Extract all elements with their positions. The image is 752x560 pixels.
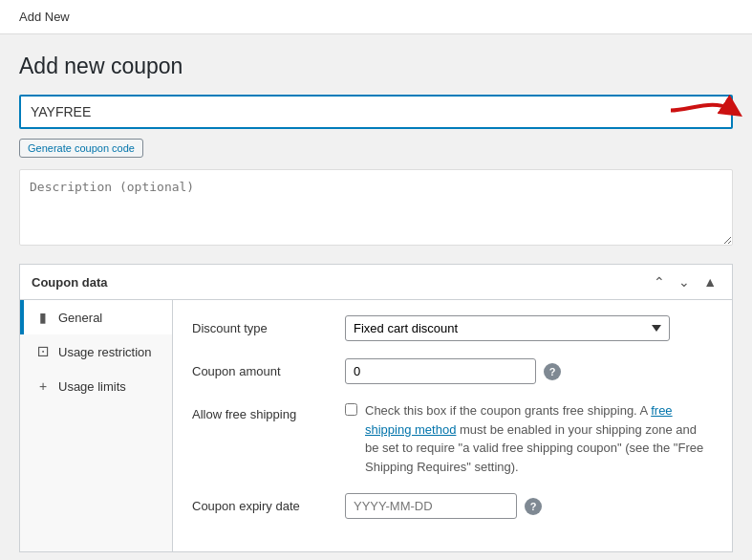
coupon-data-title: Coupon data bbox=[32, 275, 107, 290]
coupon-amount-help-icon[interactable]: ? bbox=[544, 363, 561, 380]
tab-general-label: General bbox=[58, 311, 102, 325]
tab-usage-limits-label: Usage limits bbox=[58, 379, 126, 394]
free-shipping-content: Check this box if the coupon grants free… bbox=[345, 401, 713, 476]
free-shipping-label: Allow free shipping bbox=[192, 401, 345, 421]
coupon-data-box: Coupon data ⌃ ⌄ ▲ ▮ General ⚀ Usage rest… bbox=[19, 264, 733, 552]
discount-type-row: Discount type Percentage discount Fixed … bbox=[192, 315, 713, 341]
coupon-amount-label: Coupon amount bbox=[192, 358, 345, 378]
page-title: Add new coupon bbox=[19, 54, 733, 79]
toggle-button[interactable]: ▲ bbox=[699, 272, 720, 291]
expiry-date-input[interactable] bbox=[345, 493, 517, 519]
coupon-data-header: Coupon data ⌃ ⌄ ▲ bbox=[20, 265, 732, 300]
coupon-amount-input[interactable] bbox=[345, 358, 536, 384]
discount-type-select[interactable]: Percentage discount Fixed cart discount … bbox=[345, 315, 670, 341]
free-shipping-description: Check this box if the coupon grants free… bbox=[365, 401, 713, 476]
header-controls: ⌃ ⌄ ▲ bbox=[650, 272, 720, 291]
plus-icon: + bbox=[35, 378, 51, 394]
tab-general[interactable]: ▮ General bbox=[20, 300, 172, 334]
discount-type-field: Percentage discount Fixed cart discount … bbox=[345, 315, 713, 341]
coupon-amount-row: Coupon amount ? bbox=[192, 358, 713, 384]
coupon-code-wrapper bbox=[19, 95, 733, 129]
free-shipping-checkbox[interactable] bbox=[345, 403, 357, 416]
top-bar-title: Add New bbox=[19, 10, 70, 24]
coupon-amount-field: ? bbox=[345, 358, 713, 384]
collapse-down-button[interactable]: ⌄ bbox=[675, 272, 694, 291]
coupon-code-input[interactable] bbox=[19, 95, 733, 129]
expiry-date-help-icon[interactable]: ? bbox=[525, 498, 542, 515]
discount-type-label: Discount type bbox=[192, 315, 345, 335]
generate-coupon-button[interactable]: Generate coupon code bbox=[19, 139, 143, 158]
free-shipping-text-before: Check this box if the coupon grants free… bbox=[365, 403, 651, 418]
tab-usage-restriction[interactable]: ⚀ Usage restriction bbox=[20, 334, 172, 369]
tab-usage-restriction-label: Usage restriction bbox=[58, 345, 152, 359]
expiry-date-field: ? bbox=[345, 493, 713, 519]
expiry-date-label: Coupon expiry date bbox=[192, 493, 345, 513]
main-content: Add new coupon Generate coupon code Co bbox=[0, 34, 752, 560]
sidebar-tabs: ▮ General ⚀ Usage restriction + Usage li… bbox=[20, 300, 173, 551]
free-shipping-row: Allow free shipping Check this box if th… bbox=[192, 401, 713, 476]
bookmark-icon: ▮ bbox=[35, 310, 51, 325]
block-icon: ⚀ bbox=[35, 344, 51, 359]
description-textarea[interactable] bbox=[19, 169, 733, 246]
top-bar: Add New bbox=[0, 0, 752, 34]
expiry-date-row: Coupon expiry date ? bbox=[192, 493, 713, 519]
collapse-up-button[interactable]: ⌃ bbox=[650, 272, 669, 291]
coupon-data-body: ▮ General ⚀ Usage restriction + Usage li… bbox=[20, 300, 732, 551]
tab-usage-limits[interactable]: + Usage limits bbox=[20, 369, 172, 403]
tab-content-general: Discount type Percentage discount Fixed … bbox=[173, 300, 732, 551]
